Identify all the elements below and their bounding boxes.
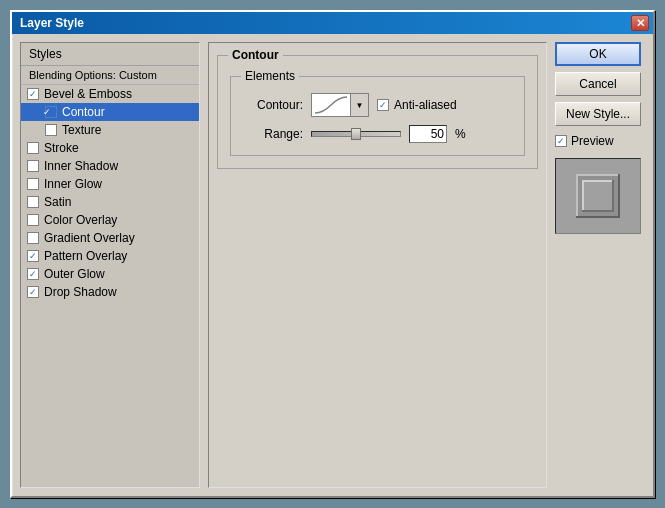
contour-checkbox[interactable]: ✓ xyxy=(45,106,57,118)
sidebar-item-contour[interactable]: ✓ Contour xyxy=(21,103,199,121)
contour-section: Contour Elements Contour: xyxy=(217,55,538,169)
drop-shadow-checkbox[interactable] xyxy=(27,286,39,298)
sidebar-item-texture[interactable]: Texture xyxy=(21,121,199,139)
sidebar-item-bevel-emboss[interactable]: Bevel & Emboss xyxy=(21,85,199,103)
outer-glow-label: Outer Glow xyxy=(44,267,105,281)
gradient-overlay-checkbox[interactable] xyxy=(27,232,39,244)
contour-curve-icon xyxy=(313,95,349,115)
preview-checkbox[interactable] xyxy=(555,135,567,147)
ok-button[interactable]: OK xyxy=(555,42,641,66)
elements-subsection-title: Elements xyxy=(241,69,299,83)
satin-checkbox[interactable] xyxy=(27,196,39,208)
sidebar-item-pattern-overlay[interactable]: Pattern Overlay xyxy=(21,247,199,265)
contour-row: Contour: ▼ xyxy=(243,93,512,117)
range-row: Range: % xyxy=(243,125,512,143)
stroke-checkbox[interactable] xyxy=(27,142,39,154)
inner-glow-label: Inner Glow xyxy=(44,177,102,191)
svg-rect-6 xyxy=(582,180,614,212)
elements-subsection: Elements Contour: ▼ xyxy=(230,76,525,156)
sidebar-item-inner-glow[interactable]: Inner Glow xyxy=(21,175,199,193)
gradient-overlay-label: Gradient Overlay xyxy=(44,231,135,245)
range-slider-track[interactable] xyxy=(311,131,401,137)
anti-alias-row: Anti-aliased xyxy=(377,98,457,112)
bevel-emboss-label: Bevel & Emboss xyxy=(44,87,132,101)
satin-label: Satin xyxy=(44,195,71,209)
texture-label: Texture xyxy=(62,123,101,137)
stroke-label: Stroke xyxy=(44,141,79,155)
svg-rect-2 xyxy=(576,174,620,176)
left-panel: Styles Blending Options: Custom Bevel & … xyxy=(20,42,200,488)
sidebar-item-color-overlay[interactable]: Color Overlay xyxy=(21,211,199,229)
anti-alias-checkbox[interactable] xyxy=(377,99,389,111)
blending-options-label: Blending Options: Custom xyxy=(21,66,199,85)
inner-shadow-checkbox[interactable] xyxy=(27,160,39,172)
sidebar-item-satin[interactable]: Satin xyxy=(21,193,199,211)
center-panel: Contour Elements Contour: xyxy=(208,42,547,488)
range-slider-thumb[interactable] xyxy=(351,128,361,140)
pattern-overlay-checkbox[interactable] xyxy=(27,250,39,262)
inner-shadow-label: Inner Shadow xyxy=(44,159,118,173)
contour-dropdown[interactable]: ▼ xyxy=(311,93,369,117)
dialog-title: Layer Style xyxy=(20,16,84,30)
sidebar-item-outer-glow[interactable]: Outer Glow xyxy=(21,265,199,283)
styles-header: Styles xyxy=(21,43,199,66)
preview-box xyxy=(555,158,641,234)
svg-rect-7 xyxy=(582,180,614,182)
outer-glow-checkbox[interactable] xyxy=(27,268,39,280)
pattern-overlay-label: Pattern Overlay xyxy=(44,249,127,263)
contour-label: Contour xyxy=(62,105,105,119)
contour-field-label: Contour: xyxy=(243,98,303,112)
color-overlay-label: Color Overlay xyxy=(44,213,117,227)
range-percent-label: % xyxy=(455,127,466,141)
contour-preview[interactable] xyxy=(311,93,351,117)
cancel-button[interactable]: Cancel xyxy=(555,72,641,96)
close-button[interactable]: ✕ xyxy=(631,15,649,31)
sidebar-item-inner-shadow[interactable]: Inner Shadow xyxy=(21,157,199,175)
new-style-button[interactable]: New Style... xyxy=(555,102,641,126)
svg-rect-9 xyxy=(582,210,614,212)
bevel-emboss-checkbox[interactable] xyxy=(27,88,39,100)
preview-label: Preview xyxy=(571,134,614,148)
svg-rect-4 xyxy=(576,216,620,218)
sidebar-item-stroke[interactable]: Stroke xyxy=(21,139,199,157)
contour-dropdown-button[interactable]: ▼ xyxy=(351,93,369,117)
contour-section-title: Contour xyxy=(228,48,283,62)
svg-rect-5 xyxy=(618,174,620,218)
drop-shadow-label: Drop Shadow xyxy=(44,285,117,299)
title-bar: Layer Style ✕ xyxy=(12,12,653,34)
svg-rect-8 xyxy=(582,180,584,212)
texture-checkbox[interactable] xyxy=(45,124,57,136)
right-panel: OK Cancel New Style... Preview xyxy=(555,42,645,488)
range-value-input[interactable] xyxy=(409,125,447,143)
range-field-label: Range: xyxy=(243,127,303,141)
sidebar-item-gradient-overlay[interactable]: Gradient Overlay xyxy=(21,229,199,247)
preview-icon xyxy=(572,170,624,222)
preview-row: Preview xyxy=(555,134,645,148)
svg-rect-3 xyxy=(576,174,578,218)
sidebar-item-drop-shadow[interactable]: Drop Shadow xyxy=(21,283,199,301)
inner-glow-checkbox[interactable] xyxy=(27,178,39,190)
color-overlay-checkbox[interactable] xyxy=(27,214,39,226)
svg-rect-10 xyxy=(612,180,614,212)
anti-alias-label: Anti-aliased xyxy=(394,98,457,112)
dialog-body: Styles Blending Options: Custom Bevel & … xyxy=(12,34,653,496)
layer-style-dialog: Layer Style ✕ Styles Blending Options: C… xyxy=(10,10,655,498)
